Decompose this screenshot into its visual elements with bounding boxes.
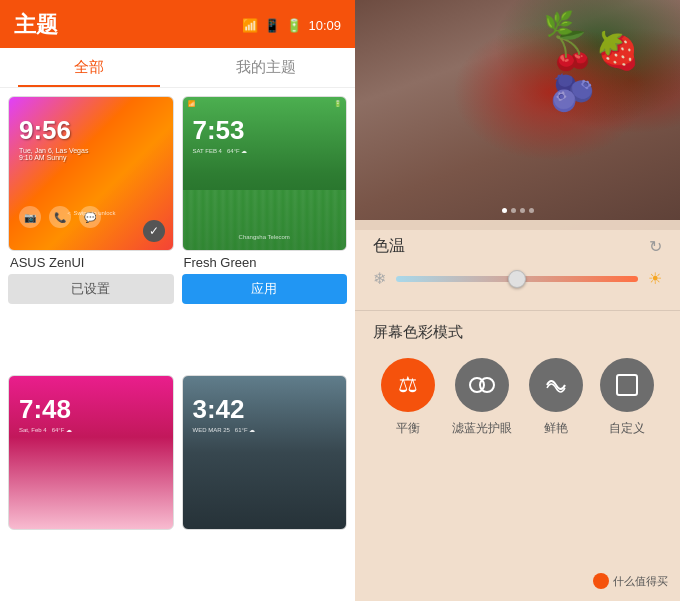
vivid-icon <box>529 358 583 412</box>
color-temp-section: 色温 ↻ ❄ ☀ <box>355 220 680 298</box>
temperature-slider-row: ❄ ☀ <box>373 269 662 288</box>
swipe-label: ＜ Swipe to unlock <box>66 209 116 218</box>
sun-icon: ☀ <box>648 269 662 288</box>
preview-city: Changsha Telecom <box>239 234 290 240</box>
theme-card-blue: 3:42 WED MAR 25 61°F ☁ <box>182 375 348 593</box>
dot-2 <box>511 208 516 213</box>
tab-mine[interactable]: 我的主题 <box>178 48 356 87</box>
vivid-label: 鲜艳 <box>544 420 568 437</box>
color-temp-title: 色温 <box>373 236 405 257</box>
preview-date-green: SAT FEB 4 64°F ☁ <box>193 147 248 154</box>
dot-1 <box>502 208 507 213</box>
theme-preview-fresh-green[interactable]: 📶 🔋 7:53 SAT FEB 4 64°F ☁ Changsha Telec… <box>182 96 348 251</box>
settings-panel: 色温 ↻ ❄ ☀ 屏幕色彩模式 ⚖ 平衡 <box>355 220 680 601</box>
check-icon: ✓ <box>143 220 165 242</box>
balance-icon: ⚖ <box>381 358 435 412</box>
color-mode-section: 屏幕色彩模式 ⚖ 平衡 滤蓝光护眼 <box>355 323 680 437</box>
left-panel: 主题 📶 📱 🔋 10:09 全部 我的主题 9:56 Tue, Jan 6, … <box>0 0 355 601</box>
preview-time: 9:56 <box>19 115 71 146</box>
theme-card-zenui: 9:56 Tue, Jan 6, Las Vegas9:10 AM Sunny … <box>8 96 174 367</box>
page-title: 主题 <box>14 10 58 40</box>
dots-indicator <box>355 208 680 213</box>
preview-time-pink: 7:48 <box>19 394 71 425</box>
watermark-text: 什么值得买 <box>613 574 668 589</box>
divider <box>355 310 680 311</box>
green-lines <box>183 190 347 250</box>
dot-4 <box>529 208 534 213</box>
mode-balance[interactable]: ⚖ 平衡 <box>381 358 435 437</box>
watermark-icon <box>593 573 609 589</box>
preview-time-blue: 3:42 <box>193 394 245 425</box>
food-photo <box>355 0 680 230</box>
filter-label: 滤蓝光护眼 <box>452 420 512 437</box>
mode-icons-row: ⚖ 平衡 滤蓝光护眼 <box>373 358 662 437</box>
preview-date-pink: Sat, Feb 4 64°F ☁ <box>19 426 72 433</box>
dot-3 <box>520 208 525 213</box>
theme-preview-blue[interactable]: 3:42 WED MAR 25 61°F ☁ <box>182 375 348 530</box>
tab-all[interactable]: 全部 <box>0 48 178 87</box>
snowflake-icon: ❄ <box>373 269 386 288</box>
theme-name-fresh-green: Fresh Green <box>182 255 257 270</box>
preview-time-green: 7:53 <box>193 115 245 146</box>
right-panel: 色温 ↻ ❄ ☀ 屏幕色彩模式 ⚖ 平衡 <box>355 0 680 601</box>
apply-button[interactable]: 应用 <box>182 274 348 304</box>
theme-name-zenui: ASUS ZenUI <box>8 255 84 270</box>
color-mode-title: 屏幕色彩模式 <box>373 323 662 342</box>
theme-card-fresh-green: 📶 🔋 7:53 SAT FEB 4 64°F ☁ Changsha Telec… <box>182 96 348 367</box>
battery-icon: 🔋 <box>286 18 302 33</box>
mode-filter[interactable]: 滤蓝光护眼 <box>452 358 512 437</box>
carrier-label: 📶 <box>188 100 195 116</box>
svg-point-1 <box>480 378 494 392</box>
preview-date-blue: WED MAR 25 61°F ☁ <box>193 426 256 433</box>
header: 主题 📶 📱 🔋 10:09 <box>0 0 355 48</box>
battery-label: 🔋 <box>334 100 341 116</box>
mode-vivid[interactable]: 鲜艳 <box>529 358 583 437</box>
signal-icon: 📱 <box>264 18 280 33</box>
svg-rect-2 <box>617 375 637 395</box>
color-temp-header: 色温 ↻ <box>373 236 662 257</box>
header-icons: 📶 📱 🔋 10:09 <box>242 18 341 33</box>
custom-label: 自定义 <box>609 420 645 437</box>
clock: 10:09 <box>308 18 341 33</box>
camera-icon: 📷 <box>19 206 41 228</box>
refresh-icon[interactable]: ↻ <box>649 237 662 256</box>
temperature-slider[interactable] <box>396 276 638 282</box>
preview-date: Tue, Jan 6, Las Vegas9:10 AM Sunny <box>19 147 88 161</box>
themes-grid: 9:56 Tue, Jan 6, Las Vegas9:10 AM Sunny … <box>0 88 355 601</box>
theme-preview-zenui[interactable]: 9:56 Tue, Jan 6, Las Vegas9:10 AM Sunny … <box>8 96 174 251</box>
theme-card-pink: 7:48 Sat, Feb 4 64°F ☁ <box>8 375 174 593</box>
theme-preview-pink[interactable]: 7:48 Sat, Feb 4 64°F ☁ <box>8 375 174 530</box>
tab-bar: 全部 我的主题 <box>0 48 355 88</box>
installed-button[interactable]: 已设置 <box>8 274 174 304</box>
custom-icon <box>600 358 654 412</box>
watermark: 什么值得买 <box>593 573 668 589</box>
wifi-icon: 📶 <box>242 18 258 33</box>
balance-label: 平衡 <box>396 420 420 437</box>
filter-icon <box>455 358 509 412</box>
slider-thumb[interactable] <box>508 270 526 288</box>
mode-custom[interactable]: 自定义 <box>600 358 654 437</box>
